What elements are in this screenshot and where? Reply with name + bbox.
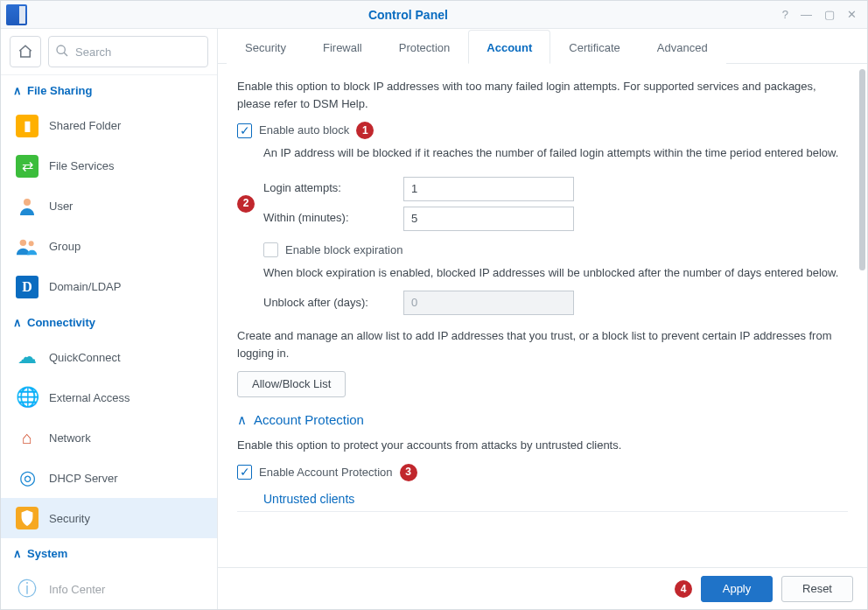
tab-security[interactable]: Security (227, 30, 304, 64)
group-connectivity[interactable]: ∧Connectivity (1, 307, 217, 338)
sidebar-item-dhcp-server[interactable]: ◎DHCP Server (1, 458, 217, 498)
allow-block-desc: Create and manage an allow list to add I… (237, 327, 848, 362)
enable-auto-block-checkbox[interactable]: ✓ (237, 123, 252, 138)
enable-block-expiration-label: Enable block expiration (285, 242, 402, 259)
cloud-icon: ☁ (16, 346, 38, 368)
enable-block-expiration-checkbox[interactable]: ✓ (263, 242, 278, 257)
sidebar-item-user[interactable]: User (1, 186, 217, 227)
dhcp-icon: ◎ (16, 466, 38, 489)
svg-point-1 (24, 199, 31, 206)
sidebar-item-file-services[interactable]: ⇄File Services (1, 146, 217, 186)
tab-protection[interactable]: Protection (381, 30, 469, 64)
sidebar-item-domain-ldap[interactable]: DDomain/LDAP (1, 267, 217, 307)
login-attempts-input[interactable] (403, 177, 574, 201)
untrusted-clients-heading: Untrusted clients (237, 490, 848, 513)
annotation-badge-2: 2 (237, 195, 255, 213)
help-icon[interactable]: ? (782, 8, 788, 21)
sidebar-item-external-access[interactable]: 🌐External Access (1, 377, 217, 417)
sidebar-item-shared-folder[interactable]: ▮Shared Folder (1, 106, 217, 146)
annotation-badge-3: 3 (400, 464, 417, 481)
network-icon: ⌂ (16, 426, 38, 449)
account-protection-section[interactable]: ∧ Account Protection (237, 410, 848, 430)
auto-block-desc: An IP address will be blocked if it reac… (237, 144, 848, 162)
info-icon: ⓘ (16, 578, 38, 600)
group-icon (16, 235, 38, 258)
login-attempts-label: Login attempts: (263, 179, 403, 197)
window-title: Control Panel (34, 8, 782, 22)
search-input[interactable] (48, 36, 208, 67)
shield-icon (16, 507, 38, 529)
svg-point-2 (20, 239, 26, 245)
intro-text: Enable this option to block IP addresses… (237, 78, 848, 113)
unblock-after-label: Unblock after (days): (263, 294, 403, 312)
enable-account-protection-label: Enable Account Protection (259, 464, 393, 481)
content-pane: Enable this option to block IP addresses… (218, 64, 867, 567)
annotation-badge-4: 4 (675, 580, 692, 598)
sidebar-item-security[interactable]: Security (1, 498, 217, 538)
svg-point-0 (57, 46, 65, 53)
enable-account-protection-checkbox[interactable]: ✓ (237, 465, 252, 480)
domain-icon: D (16, 276, 38, 298)
within-minutes-label: Within (minutes): (263, 209, 403, 227)
tab-advanced[interactable]: Advanced (639, 30, 726, 64)
reset-button[interactable]: Reset (781, 576, 853, 602)
tab-bar: Security Firewall Protection Account Cer… (218, 29, 867, 64)
tab-firewall[interactable]: Firewall (304, 30, 381, 64)
scrollbar-thumb[interactable] (859, 69, 865, 270)
tab-account[interactable]: Account (468, 30, 550, 64)
annotation-badge-1: 1 (356, 122, 374, 139)
close-icon[interactable]: ✕ (847, 8, 857, 21)
app-icon (6, 4, 27, 25)
search-icon (55, 44, 69, 58)
sidebar: ∧File Sharing ▮Shared Folder ⇄File Servi… (1, 29, 218, 609)
sidebar-item-info-center[interactable]: ⓘInfo Center (1, 569, 217, 609)
chevron-up-icon: ∧ (13, 316, 22, 329)
enable-auto-block-label: Enable auto block (259, 122, 349, 139)
group-system[interactable]: ∧System (1, 538, 217, 569)
chevron-up-icon: ∧ (13, 84, 22, 97)
home-icon (18, 44, 33, 60)
user-icon (16, 195, 38, 218)
sidebar-item-network[interactable]: ⌂Network (1, 417, 217, 458)
group-file-sharing[interactable]: ∧File Sharing (1, 75, 217, 106)
within-minutes-input[interactable] (403, 207, 574, 231)
sidebar-item-group[interactable]: Group (1, 227, 217, 267)
unblock-after-input (403, 291, 574, 315)
block-exp-desc: When block expiration is enabled, blocke… (237, 264, 848, 282)
home-button[interactable] (10, 36, 41, 67)
globe-icon: 🌐 (16, 386, 38, 409)
folder-icon: ▮ (16, 115, 38, 137)
tab-certificate[interactable]: Certificate (550, 30, 639, 64)
minimize-icon[interactable]: — (801, 8, 812, 21)
chevron-up-icon: ∧ (237, 410, 247, 430)
sidebar-item-quickconnect[interactable]: ☁QuickConnect (1, 338, 217, 378)
allow-block-list-button[interactable]: Allow/Block List (237, 371, 346, 397)
apply-button[interactable]: Apply (701, 576, 773, 602)
svg-point-3 (29, 241, 34, 246)
acct-prot-desc: Enable this option to protect your accou… (237, 437, 848, 454)
chevron-up-icon: ∧ (13, 547, 22, 560)
file-services-icon: ⇄ (16, 155, 38, 178)
maximize-icon[interactable]: ▢ (824, 8, 835, 21)
